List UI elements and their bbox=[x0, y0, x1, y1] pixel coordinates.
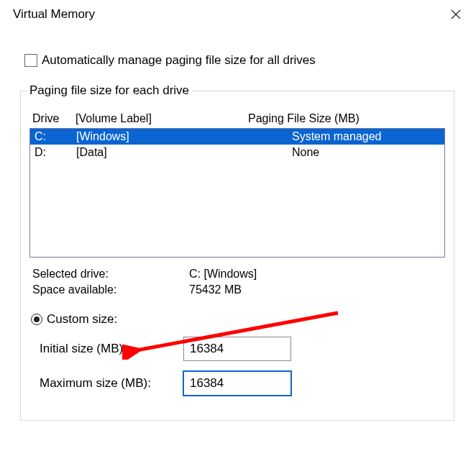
space-available-value: 75432 MB bbox=[189, 283, 242, 296]
window-title: Virtual Memory bbox=[13, 7, 95, 22]
maximum-size-input[interactable] bbox=[183, 371, 291, 396]
initial-size-label: Initial size (MB): bbox=[40, 342, 183, 356]
custom-size-radio[interactable] bbox=[31, 314, 42, 325]
paging-groupbox: Paging file size for each drive Drive [V… bbox=[20, 83, 454, 421]
drive-row[interactable]: D: [Data] None bbox=[30, 145, 444, 160]
row-drive: C: bbox=[35, 130, 76, 143]
header-volume-label: [Volume Label] bbox=[75, 112, 248, 125]
close-button[interactable] bbox=[446, 4, 466, 24]
maximum-size-label: Maximum size (MB): bbox=[40, 376, 183, 391]
row-paging-size: System managed bbox=[292, 130, 440, 143]
selected-drive-label: Selected drive: bbox=[32, 268, 189, 281]
header-paging-size: Paging File Size (MB) bbox=[248, 112, 445, 125]
selected-drive-value: C: [Windows] bbox=[189, 268, 257, 281]
close-icon bbox=[450, 9, 462, 20]
auto-manage-checkbox[interactable] bbox=[24, 54, 37, 67]
auto-manage-label: Automatically manage paging file size fo… bbox=[42, 53, 316, 68]
initial-size-input[interactable] bbox=[183, 337, 291, 361]
row-drive: D: bbox=[35, 146, 76, 159]
row-paging-size: None bbox=[292, 146, 440, 159]
header-drive: Drive bbox=[32, 112, 75, 125]
drive-row[interactable]: C: [Windows] System managed bbox=[30, 129, 444, 145]
drive-list-header: Drive [Volume Label] Paging File Size (M… bbox=[32, 112, 445, 125]
drive-list[interactable]: C: [Windows] System managed D: [Data] No… bbox=[29, 128, 445, 258]
row-volume-label: [Windows] bbox=[76, 130, 292, 143]
custom-size-label: Custom size: bbox=[47, 312, 117, 327]
space-available-label: Space available: bbox=[32, 283, 189, 296]
groupbox-legend: Paging file size for each drive bbox=[27, 83, 192, 98]
row-volume-label: [Data] bbox=[76, 146, 292, 159]
